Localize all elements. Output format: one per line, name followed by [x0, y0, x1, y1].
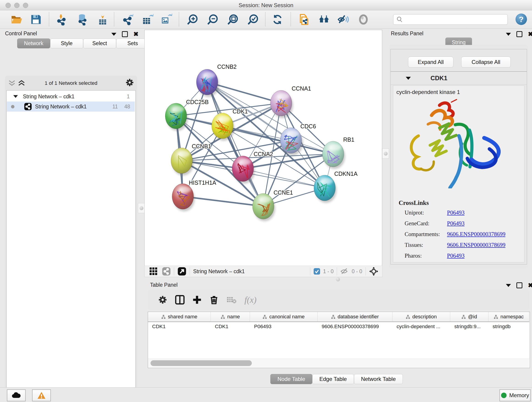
float-panel-icon[interactable] — [506, 33, 511, 36]
table-horizontal-scrollbar[interactable] — [148, 359, 529, 368]
open-session-icon[interactable] — [10, 13, 23, 26]
table-cell[interactable]: cyclin-dependent ... — [393, 322, 450, 331]
table-cell[interactable]: P06493 — [250, 322, 317, 331]
hide-graphics-details-icon[interactable] — [337, 13, 350, 26]
show-graphics-details-icon[interactable] — [357, 13, 370, 26]
crosslink-value-link[interactable]: P06493 — [447, 253, 464, 259]
function-builder-icon[interactable]: f(x) — [244, 295, 257, 305]
column-header-shared-name[interactable]: shared name — [148, 312, 211, 322]
network-node-CCNB2[interactable]: CCNB2 — [196, 64, 237, 97]
column-header-description[interactable]: description — [393, 312, 450, 322]
export-network-icon[interactable] — [121, 13, 134, 26]
table-gear-icon[interactable] — [158, 295, 167, 305]
string-network-icon — [24, 103, 32, 110]
delete-table-icon[interactable] — [227, 296, 237, 304]
table-cell[interactable]: CDK1 — [148, 322, 211, 331]
zoom-selected-icon[interactable] — [247, 13, 259, 26]
selected-checkbox-icon[interactable] — [313, 268, 320, 275]
expand-collection-icon[interactable] — [13, 95, 18, 98]
import-network-database-icon[interactable] — [76, 13, 89, 26]
refresh-view-icon[interactable] — [271, 13, 284, 26]
export-table-icon[interactable] — [141, 13, 154, 26]
gene-name: CDK1 — [431, 75, 447, 82]
first-neighbors-icon[interactable] — [317, 13, 330, 26]
expand-all-button[interactable]: Expand All — [408, 57, 453, 68]
left-splitter-handle[interactable] — [138, 203, 145, 213]
close-panel-icon[interactable]: ✖ — [133, 32, 139, 36]
crosslink-value-link[interactable]: P06493 — [447, 220, 464, 227]
view-grid-icon[interactable] — [149, 267, 158, 276]
crosslink-value-link[interactable]: 9606.ENSP00000378699 — [447, 242, 505, 248]
tab-node-table[interactable]: Node Table — [270, 374, 312, 384]
crosslink-row: Tissues:9606.ENSP00000378699 — [405, 242, 519, 248]
show-columns-icon[interactable] — [175, 295, 185, 305]
float-panel-icon[interactable] — [111, 33, 116, 36]
tab-network-table[interactable]: Network Table — [354, 374, 403, 384]
column-tree-icon — [462, 315, 466, 319]
table-row[interactable]: CDK1CDK1P064939606.ENSP00000378699cyclin… — [148, 322, 529, 331]
tab-network[interactable]: Network — [17, 38, 50, 48]
zoom-out-icon[interactable] — [206, 13, 219, 26]
crosslink-value-link[interactable]: P06493 — [447, 210, 464, 216]
table-cell[interactable]: stringdb — [488, 322, 529, 331]
float-panel-icon[interactable] — [506, 284, 511, 287]
table-cell[interactable]: stringdb:9... — [450, 322, 488, 331]
zoom-in-icon[interactable] — [186, 13, 199, 26]
toolbar-separator — [190, 267, 190, 275]
export-image-icon[interactable] — [160, 13, 173, 26]
close-panel-icon[interactable]: ✖ — [528, 32, 532, 36]
hidden-items-eye-icon[interactable] — [340, 268, 349, 275]
tab-style[interactable]: Style — [50, 38, 83, 48]
maximize-panel-icon[interactable] — [516, 31, 522, 37]
network-node-HIST1H1A[interactable]: HIST1H1A — [172, 179, 216, 211]
network-node-count: 11 — [113, 104, 118, 110]
table-cell[interactable]: CDK1 — [211, 322, 250, 331]
collapse-all-button[interactable]: Collapse All — [461, 57, 511, 68]
network-row[interactable]: String Network – cdk1 11 48 — [7, 102, 135, 112]
import-network-file-icon[interactable] — [55, 13, 68, 26]
maximize-panel-icon[interactable] — [122, 31, 128, 37]
memory-button[interactable]: Memory — [500, 389, 531, 401]
string-network-graph[interactable]: CCNB2CCNA1CDC25BCDK1CDC6RB1CCNB1CCNA2CDK… — [145, 30, 382, 266]
node-label-CCNA1: CCNA1 — [292, 85, 311, 92]
close-panel-icon[interactable]: ✖ — [528, 283, 532, 288]
birds-eye-navigator-icon[interactable] — [369, 267, 379, 276]
column-tree-icon — [494, 315, 498, 319]
network-node-CDK1[interactable]: CDK1 — [212, 108, 248, 141]
maximize-panel-icon[interactable] — [516, 282, 522, 288]
save-session-icon[interactable] — [29, 13, 42, 26]
network-collection-row[interactable]: String Network – cdk1 1 — [7, 91, 135, 102]
network-node-CDC25B[interactable]: CDC25B — [165, 99, 209, 131]
warning-icon — [37, 391, 46, 399]
import-table-file-icon[interactable] — [96, 13, 109, 26]
tab-edge-table[interactable]: Edge Table — [312, 374, 354, 384]
warnings-button[interactable] — [32, 389, 51, 401]
column-header-namespac[interactable]: namespac — [488, 312, 529, 322]
copy-network-icon[interactable] — [298, 13, 310, 26]
column-header--id[interactable]: @id — [450, 312, 488, 322]
crosslink-value-link[interactable]: 9606.ENSP00000378699 — [447, 231, 505, 237]
string-view-icon[interactable] — [162, 267, 171, 276]
column-header-name[interactable]: name — [211, 312, 250, 322]
network-node-CDKN1A[interactable]: CDKN1A — [314, 171, 358, 203]
network-node-CCNA1[interactable]: CCNA1 — [270, 85, 311, 118]
table-cell[interactable]: 9606.ENSP00000378699 — [317, 322, 393, 331]
delete-column-icon[interactable] — [209, 295, 219, 305]
add-column-icon[interactable] — [192, 295, 202, 305]
collapse-entry-icon[interactable] — [406, 77, 411, 80]
network-node-CDC6[interactable]: CDC6 — [280, 123, 316, 155]
network-options-gear-icon[interactable] — [125, 78, 134, 87]
zoom-fit-icon[interactable] — [226, 13, 239, 26]
help-icon[interactable]: ? — [515, 13, 527, 25]
network-node-RB1[interactable]: RB1 — [322, 136, 355, 169]
cdk1-card-header[interactable]: CDK1 — [391, 72, 527, 85]
network-canvas[interactable]: CCNB2CCNA1CDC25BCDK1CDC6RB1CCNB1CCNA2CDK… — [144, 30, 382, 266]
column-header-canonical-name[interactable]: canonical name — [250, 312, 317, 322]
search-input[interactable] — [393, 14, 508, 25]
column-header-database-identifier[interactable]: database identifier — [317, 312, 393, 322]
detach-view-icon[interactable] — [177, 267, 186, 276]
network-node-CCNE1[interactable]: CCNE1 — [253, 189, 293, 221]
scrollbar-thumb[interactable] — [151, 360, 252, 366]
tab-select[interactable]: Select — [83, 38, 116, 48]
cloud-button[interactable] — [7, 389, 26, 401]
